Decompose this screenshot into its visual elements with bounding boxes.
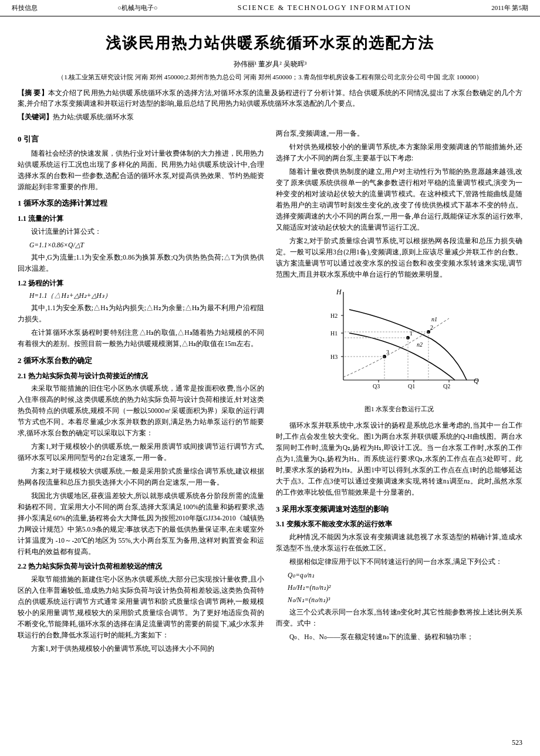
- s3-1-heading: 3.1 变频水泵不能改变水泵的运行效率: [276, 519, 522, 530]
- s1-2-heading: 1.2 扬程的计算: [18, 278, 264, 290]
- s2-1-p2: 方案1,对于规模较小的供暖系统,一般采用质调节或间接调节运行调节方式,循环水泵可…: [18, 441, 264, 463]
- svg-text:H1: H1: [330, 330, 338, 337]
- s3-1-formula2: H₀/H₁=(n₀/n₁)²: [276, 582, 522, 593]
- s1-1-formula1: G=1.1×0.86×Q/△T: [18, 240, 264, 251]
- chart-caption: 图1 水泵变台数运行工况: [276, 404, 522, 414]
- svg-text:Q3: Q3: [373, 383, 380, 389]
- svg-text:Q1: Q1: [408, 383, 415, 389]
- svg-text:n1: n1: [431, 316, 437, 322]
- abstract-box: 【摘 要】本文介绍了民用热力站供暖系统循环水泵的选择方法,对循环水泵的流量及扬程…: [18, 88, 522, 122]
- affiliations: （1.核工业第五研究设计院 河南 郑州 450000;2.郑州市热力总公司 河南…: [18, 73, 522, 82]
- s3-1-p1: 此种情况,不能因为水泵设有变频调速就忽视了水泵选型的精确计算,造成水泵选型不当,…: [276, 532, 522, 554]
- s1-2-formula1: H=1.1（△H₁+△H₂+△H₃）: [18, 290, 264, 301]
- s3-1-p2: 根据相似定律应用于以下不同转速运行的同一台水泵,满足下列公式：: [276, 556, 522, 567]
- pump-chart: H Q H2 H1 H3 Q3 Q1 Q2: [314, 286, 484, 398]
- svg-text:H3: H3: [330, 354, 338, 360]
- s3-1-p4: Q₀、H₀、N₀——泵在额定转速n₀下的流量、扬程和轴功率；: [276, 631, 522, 643]
- abstract-text: 【摘 要】本文介绍了民用热力站供暖系统循环水泵的选择方法,对循环水泵的流量及扬程…: [18, 88, 522, 109]
- authors: 孙伟丽¹ 董岁具² 吴晓晖³: [18, 59, 522, 69]
- svg-text:H2: H2: [330, 313, 338, 319]
- s1-1-heading: 1.1 流量的计算: [18, 213, 264, 225]
- left-column: 0 引言 随着社会经济的快速发展，供热行业对计量收费体制的大力推进，民用热力站供…: [18, 128, 264, 656]
- header-center-left: ○机械与电子○: [117, 4, 157, 12]
- s3-1-formula1: Q₀=q₀/n₁: [276, 570, 522, 581]
- rc-p3: 方案2,对于阶式质量综合调节系统,可以根据热网各段流量和总压力损失确定。一般可以…: [276, 236, 522, 280]
- s2-1-p4: 我国北方供暖地区,昼夜温差较大,所以就形成供暖系统各分阶段所需的流量和扬程不同。…: [18, 490, 264, 557]
- svg-text:3: 3: [386, 349, 389, 355]
- section-3-heading: 3 采用水泵变频调速对选型的影响: [276, 503, 522, 515]
- keywords-content: 热力站;供暖系统;循环水泵: [53, 113, 134, 120]
- s2-1-p3: 方案2,对于规模较大供暖系统,一般是采用阶式质量综合调节系统,建议根据热网各段流…: [18, 466, 264, 488]
- rc-p1: 针对供热规模较小的的量调节系统,本方案除采用变频调速的节能措施外,还选择了大小不…: [276, 142, 522, 164]
- svg-text:1: 1: [410, 330, 413, 337]
- s1-1-p1: 设计流量的计算公式：: [18, 226, 264, 237]
- section-2-heading: 2 循环水泵台数的确定: [18, 354, 264, 367]
- s2-2-p1: 采取节能措施的新建住宅小区热水供暖系统,大部分已实现按计量收费,且小区的入住率普…: [18, 574, 264, 641]
- s1-2-p2: 在计算循环水泵扬程时要特别注意△H₃的取值,△H₃随着热力站规模的不同有着很大的…: [18, 327, 264, 350]
- s1-2-p1: 其中,1.1为安全系数;△H₁为站内损失;△H₂为余量;△H₃为最不利用户沿程阻…: [18, 303, 264, 325]
- header-right: 2011年 第5期: [491, 4, 528, 12]
- page-header: 科技信息 ○机械与电子○ SCIENCE & TECHNOLOGY INFORM…: [0, 0, 540, 16]
- rc-after-chart-p1: 循环水泵并联系统中,水泵设计的扬程是系统总水量考虑的,当其中一台工作时,工作点会…: [276, 420, 522, 498]
- two-column-layout: 0 引言 随着社会经济的快速发展，供热行业对计量收费体制的大力推进，民用热力站供…: [18, 128, 522, 656]
- section-1-heading: 1 循环水泵的选择计算过程: [18, 197, 264, 209]
- right-column: 两台泵,变频调速,一用一备。 针对供热规模较小的的量调节系统,本方案除采用变频调…: [276, 128, 522, 656]
- abstract-label: 【摘 要】: [18, 89, 48, 96]
- abstract-content: 本文介绍了民用热力站供暖系统循环水泵的选择方法,对循环水泵的流量及扬程进行了分析…: [18, 89, 522, 107]
- svg-text:Q2: Q2: [443, 383, 450, 389]
- svg-text:n2: n2: [417, 341, 423, 348]
- s2-2-p2: 方案1,对于供热规模较小的量调节系统,可以选择大小不同的: [18, 643, 264, 654]
- svg-text:2: 2: [430, 324, 433, 331]
- keywords-label: 【关键词】: [18, 113, 53, 120]
- s3-1-formula3: N₀/N₁=(n₀/n₁)³: [276, 594, 522, 606]
- page-number: 523: [512, 738, 522, 747]
- s0-p1: 随着社会经济的快速发展，供热行业对计量收费体制的大力推进，民用热力站供暖系统运行…: [18, 148, 264, 193]
- s1-1-p2: 其中,G为流量;1.1为安全系数;0.86为换算系数;Q为供热热负荷;△T为供热…: [18, 252, 264, 274]
- chart-container: H Q H2 H1 H3 Q3 Q1 Q2: [276, 286, 522, 414]
- s2-1-p1: 未采取节能措施的旧住宅小区热水供暖系统，通常是按面积收费,当小区的入住率很高的时…: [18, 383, 264, 439]
- svg-text:H: H: [336, 288, 342, 296]
- s3-1-p3: 这三个公式表示同一台水泵,当转速n变化时,其它性能参数将按上述比例关系而变。式中…: [276, 607, 522, 629]
- header-center: SCIENCE & TECHNOLOGY INFORMATION: [238, 4, 411, 12]
- keywords-text: 【关键词】热力站;供暖系统;循环水泵: [18, 112, 522, 122]
- svg-text:Q: Q: [474, 377, 479, 385]
- s2-2-heading: 2.2 热力站实际负荷与设计负荷相差较远的情况: [18, 561, 264, 573]
- rc-p2: 随着计量收费供热制度的建立,用户对主动性行为节能的热意愿越来越强,改变了原来供暖…: [276, 166, 522, 233]
- main-title: 浅谈民用热力站供暖系统循环水泵的选配方法: [18, 33, 522, 53]
- page-body: 浅谈民用热力站供暖系统循环水泵的选配方法 孙伟丽¹ 董岁具² 吴晓晖³ （1.核…: [0, 16, 540, 668]
- rc-intro: 两台泵,变频调速,一用一备。: [276, 128, 522, 139]
- s2-1-heading: 2.1 热力站实际负荷与设计负荷接近的情况: [18, 371, 264, 382]
- header-left: 科技信息: [12, 4, 38, 12]
- title-section: 浅谈民用热力站供暖系统循环水泵的选配方法 孙伟丽¹ 董岁具² 吴晓晖³ （1.核…: [18, 33, 522, 82]
- section-0-heading: 0 引言: [18, 133, 264, 145]
